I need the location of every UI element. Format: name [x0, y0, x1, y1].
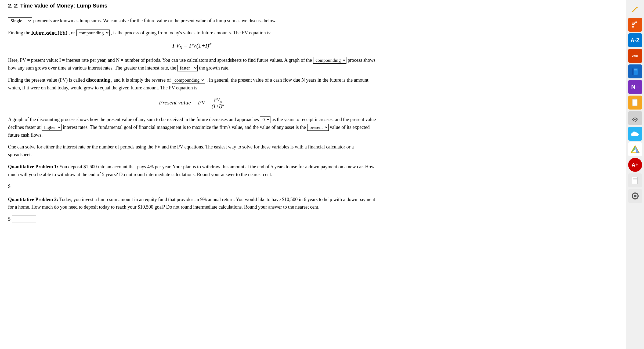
present-dropdown[interactable]: present future [307, 124, 329, 131]
sentence4-before: Finding the present value (PV) is called [8, 77, 85, 83]
compounding-dropdown-2[interactable]: compounding discounting [313, 57, 346, 64]
page-title: 2. 2: Time Value of Money: Lump Sums [8, 3, 376, 9]
sentence5-before: A graph of the discounting process shows… [8, 117, 259, 122]
single-dropdown[interactable]: Single Multiple [8, 17, 32, 24]
doc-icon[interactable] [628, 173, 642, 187]
sidebar: A-Z Office N≡ [626, 0, 644, 349]
paragraph-2: Finding the future value (FV) , or compo… [8, 29, 376, 37]
qp2-paragraph: Quantitative Problem 2: Today, you inves… [8, 196, 376, 211]
svg-rect-5 [632, 68, 634, 75]
office-icon[interactable]: Office [628, 49, 642, 63]
svg-point-3 [632, 26, 634, 28]
qp1-dollar-sign: $ [8, 184, 10, 189]
notepad-icon[interactable] [628, 96, 642, 110]
accessibility-label: A+ [631, 162, 638, 168]
paragraph-1: Single Multiple payments are known as lu… [8, 17, 376, 25]
finding-fv-before: Finding the [8, 30, 30, 35]
svg-rect-18 [632, 177, 637, 184]
qp2-text: Today, you invest a lump sum amount in a… [8, 197, 375, 210]
office-label: Office [632, 54, 639, 57]
compounding-dropdown-1[interactable]: compounding discounting [76, 30, 110, 36]
qp2-label: Quantitative Problem 2: [8, 197, 58, 202]
svg-point-13 [635, 121, 636, 122]
cloud-icon[interactable] [628, 127, 642, 141]
book-icon[interactable] [628, 64, 642, 78]
qp1-label: Quantitative Problem 1: [8, 164, 58, 169]
qp2-answer-row: $ [8, 215, 376, 223]
sentence3-text: Here, PV = present value; I = interest r… [8, 57, 312, 63]
qp2-dollar-sign: $ [8, 216, 10, 222]
onenote-icon[interactable]: N≡ [628, 80, 642, 94]
zero-dropdown[interactable]: 0 1 [260, 116, 270, 123]
drive-icon[interactable] [628, 142, 642, 156]
sentence3-end: the growth rate. [199, 65, 229, 71]
sentence4-mid: , and it is simply the reverse of [111, 77, 171, 83]
ring-icon[interactable] [628, 189, 642, 203]
future-value-text: future value (FV) [31, 30, 67, 35]
svg-line-2 [632, 11, 633, 12]
svg-rect-8 [632, 99, 637, 106]
svg-rect-12 [634, 99, 636, 100]
sentence2-mid: , or [68, 30, 75, 35]
pencil-icon[interactable] [628, 2, 642, 16]
onenote-label: N≡ [631, 83, 639, 90]
svg-line-0 [632, 7, 637, 12]
qp1-answer-row: $ [8, 183, 376, 190]
paragraph-6: One can solve for either the interest ra… [8, 143, 376, 159]
higher-dropdown[interactable]: higher lower [42, 124, 61, 131]
fv-formula: FVN = PV(1+I)N [8, 42, 376, 50]
accessibility-icon[interactable]: A+ [628, 158, 642, 172]
svg-point-23 [634, 195, 636, 197]
paragraph-5: A graph of the discounting process shows… [8, 116, 376, 139]
main-content: 2. 2: Time Value of Money: Lump Sums Sin… [0, 0, 384, 349]
qp1-text: You deposit $1,600 into an account that … [8, 164, 374, 177]
sentence5-cont: interest rates. The fundamental goal of … [63, 125, 306, 130]
wifi-icon[interactable] [628, 111, 642, 125]
az-label: A-Z [631, 37, 639, 43]
sentence1-text: payments are known as lump sums. We can … [33, 18, 277, 23]
qp2-answer-input[interactable] [12, 215, 36, 223]
compounding-dropdown-3[interactable]: compounding discounting [172, 77, 205, 83]
rss-icon[interactable] [628, 18, 642, 32]
paragraph-3: Here, PV = present value; I = interest r… [8, 56, 376, 72]
qp1-paragraph: Quantitative Problem 1: You deposit $1,6… [8, 163, 376, 179]
sentence2-after: , is the process of going from today's v… [111, 30, 272, 35]
az-icon[interactable]: A-Z [628, 33, 642, 47]
pv-formula: Present value = PV= FVN (1+I)N [8, 97, 376, 110]
paragraph-4: Finding the present value (PV) is called… [8, 76, 376, 92]
faster-dropdown[interactable]: faster slower [177, 65, 198, 71]
discounting-text: discounting [86, 77, 110, 83]
qp1-answer-input[interactable] [12, 183, 36, 190]
